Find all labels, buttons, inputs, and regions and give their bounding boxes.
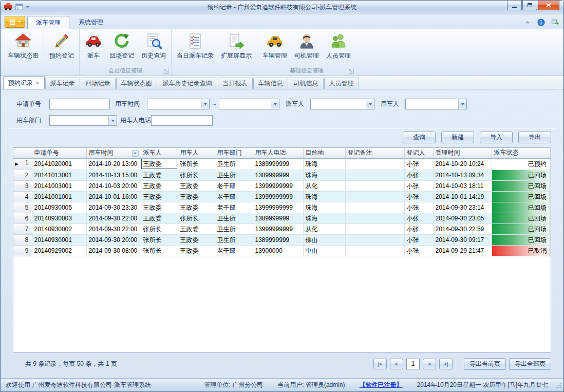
column-header-申请单号[interactable]: 申请单号 (32, 148, 86, 158)
grid-cell[interactable]: 20141003001 (32, 180, 86, 191)
prev-page-button[interactable]: < (390, 359, 403, 369)
grid-cell[interactable]: 2014-10-13 15:00 (86, 170, 141, 180)
grid-cell[interactable]: 2014-10-13 09:34 (433, 170, 492, 180)
grid-cell[interactable]: 王政委 (178, 234, 215, 245)
grid-cell[interactable] (345, 170, 404, 180)
grid-cell[interactable] (345, 180, 404, 191)
export-all-pages-button[interactable]: 导出全部页 (509, 358, 551, 370)
table-row[interactable]: 5201409300052014-09-30 23:30王政委王政委老干部139… (13, 202, 551, 213)
doc-tab-派车记录[interactable]: 派车记录 (45, 78, 80, 89)
export-button[interactable]: 导出 (518, 132, 551, 143)
first-page-button[interactable]: |< (373, 359, 387, 369)
status-cell[interactable]: 已回场 (492, 234, 551, 245)
grid-cell[interactable]: 老干部 (215, 202, 253, 213)
grid-cell[interactable]: 卫生所 (215, 158, 253, 170)
grid-cell[interactable]: 2014-10-03 20:00 (86, 180, 141, 191)
status-cell[interactable]: 已回场 (492, 223, 551, 234)
grid-cell[interactable]: 张所长 (178, 213, 215, 223)
grid-cell[interactable]: 20141001001 (32, 191, 86, 202)
grid-cell[interactable]: 13900000 (253, 245, 303, 256)
maximize-button[interactable] (522, 1, 537, 10)
ribbon-button-driver[interactable]: 司机管理 (291, 30, 323, 61)
title-bar[interactable]: 预约记录 - 广州爱奇迪软件科技有限公司-派车管理系统 (1, 1, 563, 14)
grid-cell[interactable]: 2014-10-20 10:24 (433, 158, 492, 170)
grid-cell[interactable]: 张所长 (178, 158, 215, 170)
grid-cell[interactable]: 珠海 (303, 158, 345, 170)
grid-cell[interactable]: 1389999999 (253, 170, 303, 180)
switch-window-icon[interactable] (551, 18, 559, 26)
grid-cell[interactable]: 王政委 (141, 191, 178, 202)
column-header-用车时间[interactable]: 用车时间 (86, 148, 141, 158)
doc-tab-人员管理[interactable]: 人员管理 (324, 78, 359, 89)
grid-cell[interactable]: 2014-09-30 23:14 (433, 202, 492, 213)
grid-cell[interactable]: 小张 (404, 202, 433, 213)
ribbon-tab-派车管理[interactable]: 派车管理 (27, 16, 69, 29)
grid-cell[interactable]: 小张 (404, 213, 433, 223)
ribbon-tab-系统管理[interactable]: 系统管理 (70, 16, 111, 29)
table-row[interactable]: 8201409300012014-09-30 20:00张所长王政委卫生所138… (13, 234, 551, 245)
table-row[interactable]: ▶1201410200012014-10-20 13:00王政委张所长卫生所13… (13, 158, 551, 170)
grid-cell[interactable] (345, 158, 404, 170)
grid-cell[interactable]: 张所长 (178, 170, 215, 180)
column-header-派车状态[interactable]: 派车状态 (492, 148, 551, 158)
grid-cell[interactable]: 13999999999 (253, 180, 303, 191)
grid-cell[interactable]: 珠海 (303, 202, 345, 213)
quick-access-dropdown-icon[interactable] (26, 6, 29, 8)
grid-cell[interactable] (345, 223, 404, 234)
grid-cell[interactable]: 从化 (303, 180, 345, 191)
row-header[interactable]: 6 (13, 213, 32, 223)
doc-tab-预约记录[interactable]: 预约记录× (3, 76, 45, 89)
ribbon-button-yellow-car[interactable]: 车辆管理 (259, 30, 291, 61)
status-cell[interactable]: 已回场 (492, 202, 551, 213)
grid-cell[interactable]: 2014-09-30 08:00 (86, 245, 141, 256)
grid-cell[interactable]: 1389999999 (253, 234, 303, 245)
row-header[interactable]: 7 (13, 223, 32, 234)
chevron-down-icon[interactable] (201, 99, 209, 109)
column-header-用车人电话[interactable]: 用车人电话 (253, 148, 303, 158)
import-button[interactable]: 导入 (480, 132, 513, 143)
last-page-button[interactable]: >| (439, 359, 453, 369)
grid-cell[interactable]: 2014-09-30 20:00 (86, 234, 141, 245)
grid-cell[interactable]: 卫生所 (215, 170, 253, 180)
grid-cell[interactable]: 2014-09-30 22:00 (86, 223, 141, 234)
grid-cell[interactable]: 中山 (303, 245, 345, 256)
grid-cell[interactable]: 2014-09-30 23:30 (86, 202, 141, 213)
use-time-from-combo[interactable] (147, 99, 210, 109)
department-input[interactable] (49, 115, 117, 126)
ribbon-button-house[interactable]: 车辆状态图 (4, 30, 42, 61)
doc-tab-回场记录[interactable]: 回场记录 (81, 78, 116, 89)
chevron-down-icon[interactable] (458, 99, 466, 109)
table-row[interactable]: 6201409300032014-09-30 22:00王政委张所长卫生所138… (13, 213, 551, 223)
grid-cell[interactable]: 20140930005 (32, 202, 86, 213)
grid-cell[interactable]: 王政委 (178, 191, 215, 202)
use-time-to-combo[interactable] (219, 99, 279, 109)
doc-tab-车辆信息[interactable]: 车辆信息 (253, 78, 288, 89)
row-header[interactable]: 4 (13, 191, 32, 202)
doc-tab-车辆状态图[interactable]: 车辆状态图 (116, 78, 157, 89)
grid-cell[interactable]: 小张 (404, 191, 433, 202)
grid-cell[interactable]: 13999999999 (253, 191, 303, 202)
column-header-登记备注[interactable]: 登记备注 (345, 148, 404, 158)
dispatcher-combo[interactable] (310, 99, 374, 109)
grid-cell[interactable]: 20140930003 (32, 213, 86, 223)
column-header-用车人[interactable]: 用车人 (178, 148, 215, 158)
row-header[interactable]: 3 (13, 180, 32, 191)
grid-cell[interactable]: 佛山 (303, 234, 345, 245)
chevron-down-icon[interactable] (108, 116, 117, 125)
row-header[interactable]: 9 (13, 245, 32, 256)
grid-cell[interactable]: 2014-09-30 23:05 (433, 213, 492, 223)
doc-tab-当日报表[interactable]: 当日报表 (218, 78, 253, 89)
dialog-launcher-icon[interactable] (163, 68, 169, 74)
column-header-用车部门[interactable]: 用车部门 (215, 148, 253, 158)
grid-cell[interactable]: 1389999999 (253, 213, 303, 223)
use-time-from-input[interactable] (147, 99, 210, 109)
export-current-page-button[interactable]: 导出当前页 (464, 358, 506, 370)
grid-cell[interactable] (345, 202, 404, 213)
grid-cell[interactable]: 王政委 (178, 180, 215, 191)
grid-cell[interactable]: 张所长 (141, 245, 178, 256)
table-row[interactable]: 2201410130012014-10-13 15:00王政委张所长卫生所138… (13, 170, 551, 180)
user-combo[interactable] (405, 99, 467, 109)
grid-cell[interactable]: 珠海 (303, 213, 345, 223)
query-button[interactable]: 查询 (403, 132, 436, 143)
user-input[interactable] (405, 99, 467, 109)
